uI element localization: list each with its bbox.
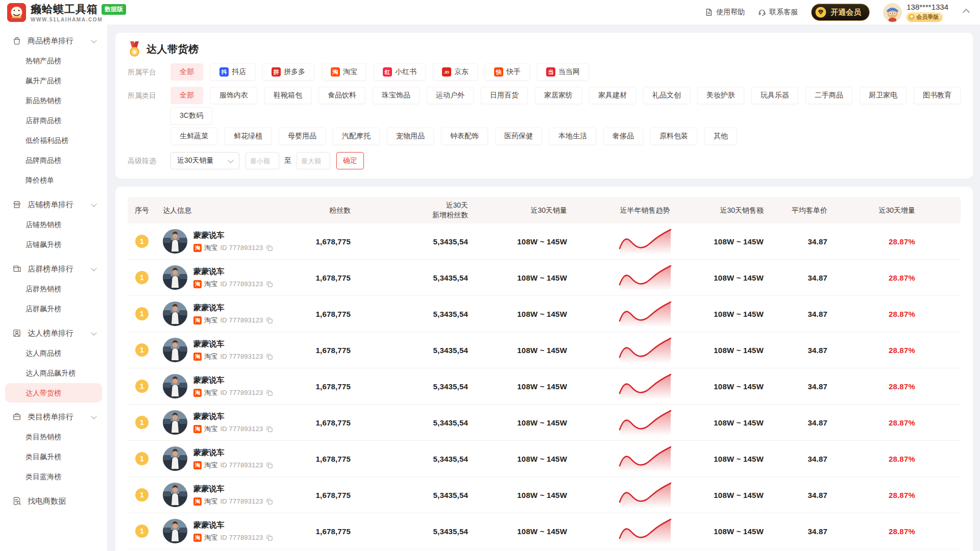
- metric-select[interactable]: 近30天销量: [170, 152, 239, 169]
- sidebar-item[interactable]: 店群热销榜: [0, 279, 107, 299]
- category-pill[interactable]: 玩具乐器: [751, 87, 798, 104]
- category-pill[interactable]: 家居家纺: [535, 87, 582, 104]
- category-pill[interactable]: 本地生活: [549, 128, 596, 145]
- sidebar-item[interactable]: 类目热销榜: [0, 427, 107, 447]
- category-pill[interactable]: 其他: [704, 128, 737, 145]
- copy-icon[interactable]: [266, 281, 273, 288]
- sidebar-item[interactable]: 达人商品飙升榜: [0, 363, 107, 383]
- platform-pill[interactable]: 全部: [170, 63, 203, 81]
- sidebar-item[interactable]: 类目蓝海榜: [0, 467, 107, 487]
- category-pill[interactable]: 二手商品: [805, 87, 852, 104]
- platform-pill[interactable]: 快快手: [485, 63, 530, 81]
- sidebar-section-header[interactable]: 达人榜单排行: [0, 323, 107, 343]
- copy-icon[interactable]: [266, 425, 273, 433]
- influencer-avatar[interactable]: [163, 410, 187, 435]
- category-pill[interactable]: 奢侈品: [603, 128, 643, 145]
- sidebar-item[interactable]: 达人带货榜: [5, 383, 102, 403]
- category-pill[interactable]: 运动户外: [427, 87, 474, 104]
- sidebar-item[interactable]: 品牌商品榜: [0, 151, 107, 170]
- sidebar-section-header[interactable]: 类目榜单排行: [0, 407, 107, 427]
- copy-icon[interactable]: [266, 389, 273, 396]
- influencer-name[interactable]: 蒙蒙说车: [193, 412, 273, 421]
- category-pill[interactable]: 鞋靴箱包: [264, 87, 311, 104]
- influencer-name[interactable]: 蒙蒙说车: [193, 484, 273, 494]
- influencer-name[interactable]: 蒙蒙说车: [193, 339, 273, 349]
- platform-pill[interactable]: 拼拼多多: [262, 63, 314, 81]
- help-link[interactable]: 使用帮助: [705, 8, 745, 17]
- platform-pill[interactable]: 红小红书: [374, 63, 426, 81]
- influencer-avatar[interactable]: [163, 374, 187, 398]
- copy-icon[interactable]: [266, 317, 273, 324]
- category-pill[interactable]: 母婴用品: [279, 128, 326, 145]
- copy-icon[interactable]: [266, 353, 273, 360]
- influencer-name[interactable]: 蒙蒙说车: [193, 520, 273, 530]
- sidebar-item[interactable]: 类目飙升榜: [0, 447, 107, 467]
- category-pill[interactable]: 原料包装: [650, 128, 697, 145]
- sidebar-section-label: 店群榜单排行: [28, 264, 92, 274]
- category-pill[interactable]: 3C数码: [170, 107, 212, 124]
- open-vip-button[interactable]: 开通会员: [811, 4, 870, 21]
- sidebar-section-header[interactable]: 店群榜单排行: [0, 259, 107, 279]
- sidebar-item-find-data[interactable]: 找电商数据: [0, 491, 107, 511]
- sidebar-section-header[interactable]: 店铺榜单排行: [0, 194, 107, 215]
- category-pill[interactable]: 厨卫家电: [860, 87, 906, 104]
- copy-icon[interactable]: [266, 462, 273, 469]
- influencer-avatar[interactable]: [163, 302, 187, 326]
- sidebar-item[interactable]: 新品热销榜: [0, 91, 107, 111]
- category-pill[interactable]: 日用百货: [481, 87, 528, 104]
- copy-icon[interactable]: [266, 244, 273, 252]
- influencer-id: ID 777893123: [220, 353, 263, 360]
- user-avatar[interactable]: [883, 3, 902, 22]
- sidebar-item[interactable]: 店群飙升榜: [0, 299, 107, 319]
- category-pill[interactable]: 服饰内衣: [210, 87, 257, 104]
- sidebar-item[interactable]: 店铺飙升榜: [0, 235, 107, 255]
- influencer-name[interactable]: 蒙蒙说车: [193, 375, 273, 385]
- confirm-button[interactable]: 确定: [336, 152, 364, 169]
- support-link[interactable]: 联系客服: [758, 8, 798, 17]
- copy-icon[interactable]: [266, 534, 273, 541]
- min-value-input[interactable]: [246, 152, 279, 169]
- max-value-input[interactable]: [297, 152, 330, 169]
- platform-pill[interactable]: 抖抖店: [210, 63, 255, 81]
- sidebar-item[interactable]: 降价榜单: [0, 170, 107, 190]
- sidebar-item[interactable]: 达人商品榜: [0, 343, 107, 363]
- sidebar-section: 店铺榜单排行店铺热销榜店铺飙升榜: [0, 194, 107, 255]
- category-pill[interactable]: 医药保健: [495, 128, 542, 145]
- category-pill[interactable]: 美妆护肤: [697, 87, 744, 104]
- category-pill[interactable]: 食品饮料: [318, 87, 365, 104]
- category-pill[interactable]: 汽配摩托: [333, 128, 380, 145]
- category-pill[interactable]: 生鲜蔬菜: [170, 128, 217, 145]
- platform-pill[interactable]: 当当当网: [537, 63, 589, 81]
- category-pill[interactable]: 珠宝饰品: [373, 87, 420, 104]
- category-pill[interactable]: 宠物用品: [387, 128, 434, 145]
- influencer-avatar[interactable]: [163, 519, 187, 543]
- sidebar-item[interactable]: 热销产品榜: [0, 51, 107, 71]
- copy-icon[interactable]: [266, 498, 273, 505]
- category-pill[interactable]: 图书教育: [914, 87, 961, 104]
- category-pill[interactable]: 鲜花绿植: [225, 128, 272, 145]
- sidebar-item[interactable]: 店群商品榜: [0, 111, 107, 131]
- sidebar-item[interactable]: 飙升产品榜: [0, 71, 107, 91]
- influencer-id: ID 777893123: [220, 244, 263, 252]
- influencer-name[interactable]: 蒙蒙说车: [193, 303, 273, 313]
- growth-30d: 28.87%: [827, 273, 915, 282]
- influencer-avatar[interactable]: [163, 265, 187, 290]
- sidebar-item[interactable]: 低价福利品榜: [0, 131, 107, 151]
- avg-order-value: 34.87: [764, 310, 827, 318]
- platform-pill[interactable]: JD京东: [433, 63, 478, 81]
- sidebar-section-header[interactable]: 商品榜单排行: [0, 31, 107, 51]
- platform-pill[interactable]: 淘淘宝: [322, 63, 366, 81]
- influencer-name[interactable]: 蒙蒙说车: [193, 267, 273, 277]
- category-pill[interactable]: 礼品文创: [643, 87, 690, 104]
- influencer-avatar[interactable]: [163, 338, 187, 362]
- influencer-name[interactable]: 蒙蒙说车: [193, 448, 273, 458]
- influencer-avatar[interactable]: [163, 483, 187, 507]
- influencer-avatar[interactable]: [163, 446, 187, 471]
- category-pill[interactable]: 家具建材: [589, 87, 636, 104]
- sidebar-item[interactable]: 店铺热销榜: [0, 215, 107, 235]
- category-pill[interactable]: 全部: [170, 87, 203, 104]
- influencer-name[interactable]: 蒙蒙说车: [193, 231, 273, 240]
- influencer-avatar[interactable]: [163, 229, 187, 254]
- chevron-up-icon[interactable]: [963, 9, 970, 16]
- category-pill[interactable]: 钟表配饰: [441, 128, 488, 145]
